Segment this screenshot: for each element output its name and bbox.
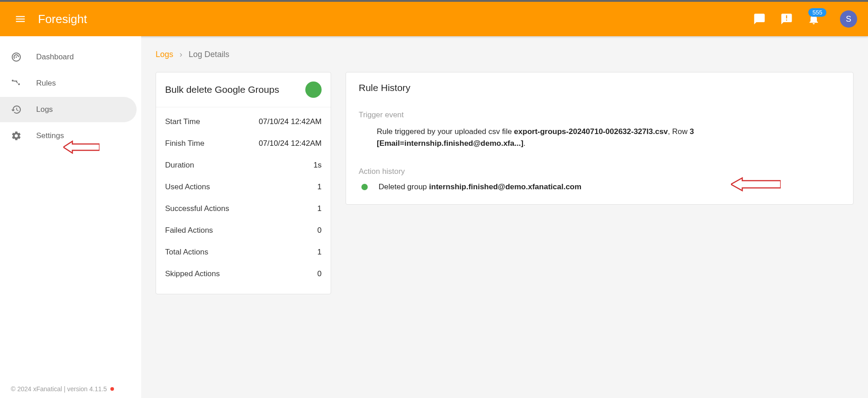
announcement-icon [780,13,793,25]
summary-row: Failed Actions0 [165,220,322,241]
status-indicator [305,82,322,98]
trigger-event-text: Rule triggered by your uploaded csv file… [359,126,840,149]
summary-row: Skipped Actions0 [165,263,322,285]
chevron-right-icon: › [180,50,182,59]
summary-row: Finish Time07/10/24 12:42AM [165,133,322,154]
gauge-icon [11,52,22,62]
footer-status-dot [110,387,114,391]
summary-label: Used Actions [165,182,210,192]
sidebar: Dashboard Rules Logs Settings © 2024 xFa… [0,36,141,398]
history-icon [11,104,22,115]
summary-value: 07/10/24 12:42AM [259,139,322,148]
summary-label: Start Time [165,117,200,126]
summary-row: Start Time07/10/24 12:42AM [165,111,322,133]
summary-label: Skipped Actions [165,269,220,278]
main-content: Logs › Log Details Bulk delete Google Gr… [141,36,868,398]
sidebar-item-logs[interactable]: Logs [0,97,137,122]
announcement-button[interactable] [780,13,793,25]
action-history-label: Action history [359,167,840,176]
history-title: Rule History [359,82,840,93]
chat-button[interactable] [753,13,766,25]
sidebar-item-label: Logs [36,105,53,114]
summary-value: 1 [318,182,322,192]
summary-value: 07/10/24 12:42AM [259,117,322,126]
app-title: Foresight [38,12,87,26]
sidebar-item-label: Rules [36,79,56,88]
sidebar-item-settings[interactable]: Settings [0,123,141,149]
action-history-item: Deleted group internship.finished@demo.x… [359,182,840,192]
chat-icon [753,13,766,25]
action-status-dot [361,184,368,190]
summary-row: Used Actions1 [165,176,322,198]
notifications-button[interactable]: 555 [807,13,820,25]
log-summary-card: Bulk delete Google Groups Start Time07/1… [156,72,331,294]
hamburger-icon [14,13,26,25]
summary-value: 1 [318,204,322,213]
rules-icon [11,78,22,89]
sidebar-item-label: Settings [36,131,64,140]
breadcrumb-logs[interactable]: Logs [156,50,173,59]
svg-point-2 [18,83,20,85]
svg-point-0 [16,57,17,58]
footer-text: © 2024 xFanatical | version 4.11.5 [11,385,107,393]
breadcrumb: Logs › Log Details [156,47,854,59]
summary-value: 0 [318,269,322,278]
app-header: Foresight 555 S [0,2,868,36]
action-email: internship.finished@demo.xfanatical.com [429,182,582,191]
summary-label: Finish Time [165,139,204,148]
svg-point-1 [12,80,14,82]
summary-label: Failed Actions [165,226,213,235]
sidebar-item-rules[interactable]: Rules [0,71,141,96]
breadcrumb-current: Log Details [189,50,229,59]
summary-label: Duration [165,161,194,170]
summary-row: Successful Actions1 [165,198,322,220]
rule-history-card: Rule History Trigger event Rule triggere… [346,72,854,205]
footer: © 2024 xFanatical | version 4.11.5 [11,385,114,393]
notification-badge: 555 [808,8,826,17]
summary-label: Total Actions [165,248,208,257]
sidebar-item-label: Dashboard [36,53,74,62]
summary-value: 0 [318,226,322,235]
summary-label: Successful Actions [165,204,229,213]
log-title: Bulk delete Google Groups [165,84,279,95]
sidebar-item-dashboard[interactable]: Dashboard [0,44,141,70]
summary-value: 1s [313,161,322,170]
avatar[interactable]: S [840,10,857,28]
summary-row: Duration1s [165,154,322,176]
menu-button[interactable] [11,10,30,29]
summary-row: Total Actions1 [165,241,322,263]
summary-value: 1 [318,248,322,257]
trigger-event-label: Trigger event [359,110,840,120]
gear-icon [11,130,22,141]
